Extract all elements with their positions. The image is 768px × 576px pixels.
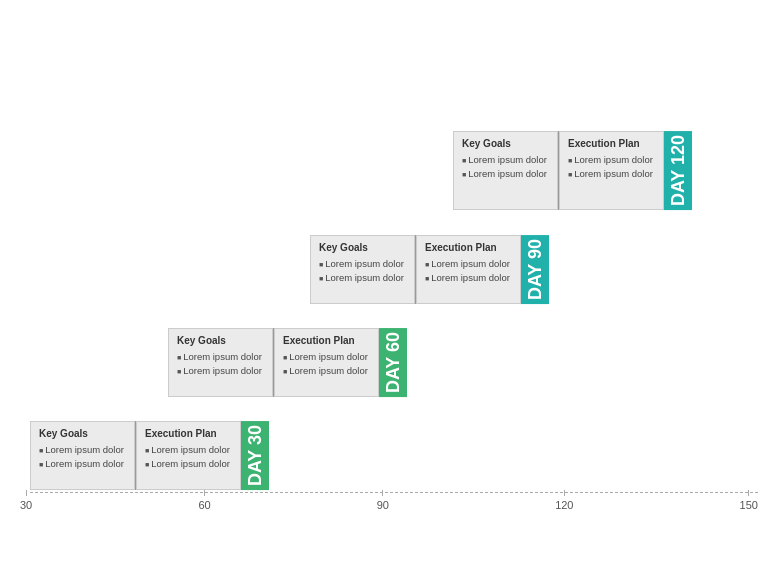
- tick-label: 30: [20, 499, 32, 511]
- day-label-day90: DAY 90: [521, 235, 549, 304]
- step-group-day120: Key GoalsLorem ipsum dolorLorem ipsum do…: [453, 131, 692, 210]
- tick-label: 120: [555, 499, 573, 511]
- tick-line: [382, 490, 383, 496]
- execution-plan-item: Lorem ipsum dolor: [568, 167, 655, 181]
- key-goals-item: Lorem ipsum dolor: [177, 364, 264, 378]
- key-goals-title-day90: Key Goals: [319, 242, 406, 253]
- x-axis-tick: 150: [740, 490, 758, 511]
- execution-plan-item: Lorem ipsum dolor: [568, 153, 655, 167]
- step-group-day90: Key GoalsLorem ipsum dolorLorem ipsum do…: [310, 235, 549, 304]
- tick-line: [748, 490, 749, 496]
- key-goals-box-day60: Key GoalsLorem ipsum dolorLorem ipsum do…: [168, 328, 273, 397]
- tick-label: 60: [198, 499, 210, 511]
- key-goals-box-day120: Key GoalsLorem ipsum dolorLorem ipsum do…: [453, 131, 558, 210]
- key-goals-item: Lorem ipsum dolor: [39, 443, 126, 457]
- execution-plan-item: Lorem ipsum dolor: [425, 257, 512, 271]
- key-goals-box-day30: Key GoalsLorem ipsum dolorLorem ipsum do…: [30, 421, 135, 490]
- page-container: 306090120150 Key GoalsLorem ipsum dolorL…: [0, 0, 768, 576]
- step-group-day60: Key GoalsLorem ipsum dolorLorem ipsum do…: [168, 328, 407, 397]
- day-label-day120: DAY 120: [664, 131, 692, 210]
- key-goals-item: Lorem ipsum dolor: [39, 457, 126, 471]
- execution-plan-item: Lorem ipsum dolor: [145, 443, 232, 457]
- tick-line: [204, 490, 205, 496]
- execution-plan-item: Lorem ipsum dolor: [283, 350, 370, 364]
- execution-plan-item: Lorem ipsum dolor: [145, 457, 232, 471]
- tick-line: [564, 490, 565, 496]
- chart-area: 306090120150 Key GoalsLorem ipsum dolorL…: [0, 31, 768, 521]
- key-goals-item: Lorem ipsum dolor: [319, 271, 406, 285]
- x-axis-tick: 60: [198, 490, 210, 511]
- key-goals-item: Lorem ipsum dolor: [177, 350, 264, 364]
- tick-label: 150: [740, 499, 758, 511]
- execution-plan-item: Lorem ipsum dolor: [283, 364, 370, 378]
- execution-plan-box-day90: Execution PlanLorem ipsum dolorLorem ips…: [416, 235, 521, 304]
- step-group-day30: Key GoalsLorem ipsum dolorLorem ipsum do…: [30, 421, 269, 490]
- key-goals-title-day60: Key Goals: [177, 335, 264, 346]
- key-goals-title-day120: Key Goals: [462, 138, 549, 149]
- execution-plan-box-day30: Execution PlanLorem ipsum dolorLorem ips…: [136, 421, 241, 490]
- execution-plan-title-day120: Execution Plan: [568, 138, 655, 149]
- main-title: [0, 0, 768, 26]
- day-label-day30: DAY 30: [241, 421, 269, 490]
- execution-plan-title-day90: Execution Plan: [425, 242, 512, 253]
- x-axis-tick: 90: [377, 490, 389, 511]
- key-goals-item: Lorem ipsum dolor: [462, 153, 549, 167]
- execution-plan-item: Lorem ipsum dolor: [425, 271, 512, 285]
- x-axis-tick: 30: [20, 490, 32, 511]
- day-label-day60: DAY 60: [379, 328, 407, 397]
- key-goals-item: Lorem ipsum dolor: [319, 257, 406, 271]
- key-goals-box-day90: Key GoalsLorem ipsum dolorLorem ipsum do…: [310, 235, 415, 304]
- key-goals-title-day30: Key Goals: [39, 428, 126, 439]
- execution-plan-box-day120: Execution PlanLorem ipsum dolorLorem ips…: [559, 131, 664, 210]
- key-goals-item: Lorem ipsum dolor: [462, 167, 549, 181]
- execution-plan-title-day30: Execution Plan: [145, 428, 232, 439]
- tick-label: 90: [377, 499, 389, 511]
- x-axis-tick: 120: [555, 490, 573, 511]
- execution-plan-title-day60: Execution Plan: [283, 335, 370, 346]
- execution-plan-box-day60: Execution PlanLorem ipsum dolorLorem ips…: [274, 328, 379, 397]
- tick-line: [26, 490, 27, 496]
- x-axis-ticks: 306090120150: [20, 490, 758, 511]
